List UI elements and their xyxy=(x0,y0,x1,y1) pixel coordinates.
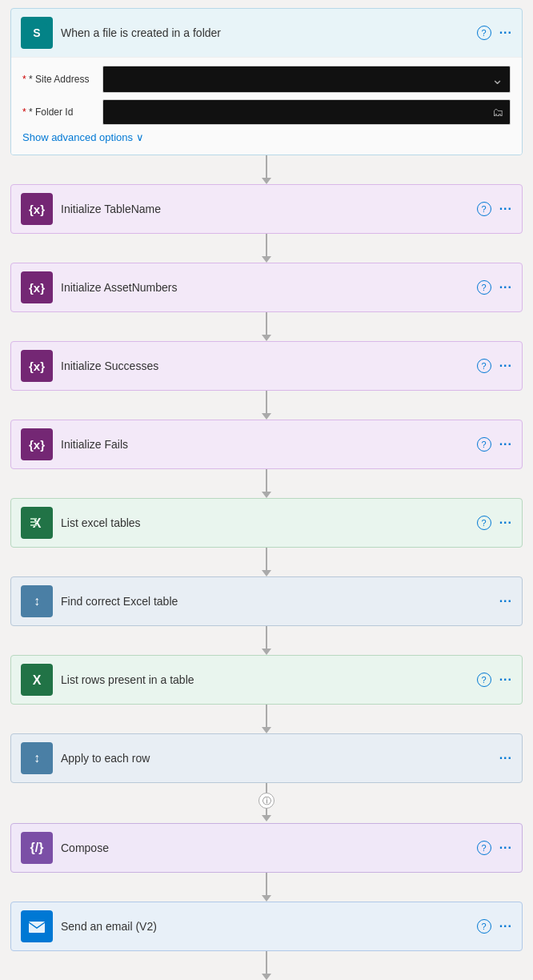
more-button-send-email[interactable]: ··· xyxy=(499,919,512,934)
svg-rect-5 xyxy=(30,521,37,523)
more-button-apply-each[interactable]: ··· xyxy=(499,751,512,765)
connector-arrow-10 xyxy=(262,895,271,902)
help-button-compose[interactable]: ? xyxy=(477,841,491,855)
step-title-trigger: When a file is created in a folder xyxy=(61,26,469,39)
connector-line-5 xyxy=(266,469,267,492)
step-header-list-excel: X List excel tables ? ··· xyxy=(11,499,522,547)
step-header-successes: {x} Initialize Successes ? ··· xyxy=(11,342,522,390)
more-button-assetnumbers[interactable]: ··· xyxy=(499,280,512,295)
step-title-apply-each: Apply to each row xyxy=(61,752,491,765)
connector-2 xyxy=(262,234,271,263)
more-button-successes[interactable]: ··· xyxy=(499,359,512,373)
step-header-trigger: S When a file is created in a folder ? ·… xyxy=(11,9,522,57)
connector-3 xyxy=(262,312,271,341)
step-init-tablename: {x} Initialize TableName ? ··· xyxy=(10,184,523,234)
more-button-list-excel[interactable]: ··· xyxy=(499,516,512,530)
step-header-fails: {x} Initialize Fails ? ··· xyxy=(11,420,522,468)
outlook-icon-send-email xyxy=(21,910,53,942)
connector-line-3 xyxy=(266,312,267,335)
variable-icon-successes: {x} xyxy=(21,350,53,382)
step-header-send-email: Send an email (V2) ? ··· xyxy=(11,902,522,950)
dropdown-arrow-site: ⌄ xyxy=(491,70,503,88)
step-send-email: Send an email (V2) ? ··· xyxy=(10,902,523,951)
svg-text:↕: ↕ xyxy=(34,594,40,608)
field-input-site[interactable]: ⌄ xyxy=(102,66,511,93)
connector-line-2 xyxy=(266,234,267,256)
connector-badge-9: ⓘ xyxy=(258,783,275,823)
more-button-fails[interactable]: ··· xyxy=(499,437,512,452)
connector-line-4 xyxy=(266,391,267,413)
connector-line-top-9 xyxy=(266,783,267,793)
connector-line-6 xyxy=(266,548,267,570)
step-title-list-excel: List excel tables xyxy=(61,516,469,529)
connector-arrow-4 xyxy=(262,413,271,420)
field-label-folder: * * Folder Id xyxy=(22,106,94,118)
step-title-find-table: Find correct Excel table xyxy=(61,595,491,608)
step-header-list-rows: X List rows present in a table ? ··· xyxy=(11,656,522,704)
help-button-list-excel[interactable]: ? xyxy=(477,516,491,530)
connector-arrow-11 xyxy=(262,974,271,980)
variable-icon-tablename: {x} xyxy=(21,193,53,225)
step-header-compose: {/} Compose ? ··· xyxy=(11,824,522,872)
step-actions-find-table: ··· xyxy=(499,594,512,608)
step-list-rows: X List rows present in a table ? ··· xyxy=(10,655,523,705)
help-button-trigger[interactable]: ? xyxy=(477,26,491,40)
help-button-tablename[interactable]: ? xyxy=(477,202,491,216)
help-button-send-email[interactable]: ? xyxy=(477,919,491,934)
step-actions-list-excel: ? ··· xyxy=(477,516,512,530)
step-init-fails: {x} Initialize Fails ? ··· xyxy=(10,420,523,469)
connector-line-11 xyxy=(266,951,267,974)
step-actions-send-email: ? ··· xyxy=(477,919,512,934)
step-title-successes: Initialize Successes xyxy=(61,359,469,372)
connector-arrow-5 xyxy=(262,492,271,498)
more-button-compose[interactable]: ··· xyxy=(499,841,512,855)
compose-icon: {/} xyxy=(21,832,53,864)
field-input-folder[interactable]: 🗂 xyxy=(102,99,511,125)
step-actions-compose: ? ··· xyxy=(477,841,512,855)
step-title-tablename: Initialize TableName xyxy=(61,203,469,215)
step-init-successes: {x} Initialize Successes ? ··· xyxy=(10,341,523,391)
field-label-site: * * Site Address xyxy=(22,74,94,85)
control-icon-apply-each: ↕ xyxy=(21,742,53,774)
connector-line-10 xyxy=(266,873,267,895)
step-title-send-email: Send an email (V2) xyxy=(61,920,469,933)
step-actions-tablename: ? ··· xyxy=(477,202,512,216)
step-title-fails: Initialize Fails xyxy=(61,438,469,451)
step-header-find-table: ↕ Find correct Excel table ··· xyxy=(11,577,522,625)
step-find-table: ↕ Find correct Excel table ··· xyxy=(10,576,523,626)
step-title-assetnumbers: Initialize AssetNumbers xyxy=(61,281,469,294)
help-button-list-rows[interactable]: ? xyxy=(477,673,491,687)
connector-arrow-8 xyxy=(262,727,271,733)
svg-text:S: S xyxy=(33,26,40,39)
connector-arrow-3 xyxy=(262,335,271,341)
svg-rect-6 xyxy=(30,524,37,526)
chevron-down-icon: ∨ xyxy=(136,131,144,143)
step-actions-assetnumbers: ? ··· xyxy=(477,280,512,295)
connector-8 xyxy=(262,705,271,733)
connector-line-8 xyxy=(266,705,267,727)
step-header-tablename: {x} Initialize TableName ? ··· xyxy=(11,185,522,233)
variable-icon-assetnumbers: {x} xyxy=(21,271,53,303)
more-button-find-table[interactable]: ··· xyxy=(499,594,512,608)
help-button-successes[interactable]: ? xyxy=(477,359,491,373)
show-advanced-button[interactable]: Show advanced options ∨ xyxy=(22,131,511,143)
more-button-list-rows[interactable]: ··· xyxy=(499,673,512,687)
connector-arrow-9 xyxy=(262,815,271,821)
step-init-assetnumbers: {x} Initialize AssetNumbers ? ··· xyxy=(10,263,523,312)
svg-text:↕: ↕ xyxy=(34,751,40,765)
connector-arrow-1 xyxy=(262,178,271,184)
step-compose: {/} Compose ? ··· xyxy=(10,823,523,873)
step-actions-fails: ? ··· xyxy=(477,437,512,452)
connector-line-7 xyxy=(266,626,267,649)
more-button-tablename[interactable]: ··· xyxy=(499,202,512,216)
info-badge-9: ⓘ xyxy=(258,793,275,809)
help-button-assetnumbers[interactable]: ? xyxy=(477,280,491,295)
excel-icon-list-tables: X xyxy=(21,507,53,539)
help-button-fails[interactable]: ? xyxy=(477,437,491,452)
step-title-compose: Compose xyxy=(61,841,469,854)
connector-line-bottom-9 xyxy=(266,809,267,815)
step-title-list-rows: List rows present in a table xyxy=(61,673,469,686)
svg-text:X: X xyxy=(33,673,42,687)
more-button-trigger[interactable]: ··· xyxy=(499,26,512,40)
step-actions-successes: ? ··· xyxy=(477,359,512,373)
